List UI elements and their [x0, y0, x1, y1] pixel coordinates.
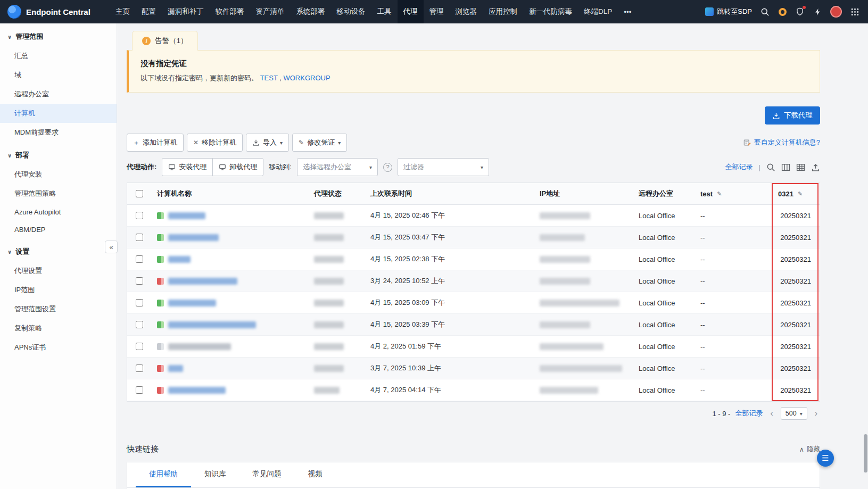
column-header-test[interactable]: test✎ [695, 184, 773, 204]
alert-link-workgroup[interactable]: WORKGROUP [283, 74, 330, 82]
add-computer-button[interactable]: ＋ 添加计算机 [127, 134, 184, 152]
computer-name-redacted[interactable] [168, 234, 219, 241]
alert-link-test[interactable]: TEST [260, 74, 278, 82]
nav-item[interactable]: 管理 [424, 0, 450, 23]
computer-name-redacted[interactable] [168, 343, 231, 350]
uninstall-agent-button[interactable]: 卸载代理 [212, 158, 263, 176]
filter-select[interactable]: 过滤器 ▾ [398, 158, 489, 176]
sidebar-item[interactable]: 代理安装 [0, 165, 117, 184]
nav-item[interactable]: 新一代防病毒 [523, 0, 578, 23]
sidebar-item[interactable]: IP范围 [0, 280, 117, 300]
sidebar-section-title[interactable]: ∨管理范围 [0, 23, 117, 46]
sidebar-item[interactable]: ABM/DEP [0, 221, 117, 238]
nav-item[interactable]: 工具 [371, 0, 398, 23]
sidebar-item[interactable]: Azure Autopilot [0, 203, 117, 221]
quick-links-tab[interactable]: 视频 [295, 462, 336, 487]
nav-item[interactable]: 资产清单 [250, 0, 291, 23]
nav-item[interactable]: 终端DLP [578, 0, 618, 23]
computer-name-redacted[interactable] [168, 256, 191, 263]
nav-item[interactable]: 移动设备 [331, 0, 371, 23]
sidebar-collapse-button[interactable]: « [105, 241, 118, 253]
row-checkbox[interactable] [136, 386, 143, 394]
install-agent-button[interactable]: 安装代理 [162, 158, 213, 176]
floating-menu-button[interactable]: ☰ [817, 450, 834, 467]
row-checkbox[interactable] [136, 255, 143, 263]
page-prev-button[interactable]: ‹ [767, 408, 775, 419]
search-icon[interactable] [760, 7, 770, 16]
all-records-link[interactable]: 全部记录 [725, 162, 753, 172]
pagination-all-records-link[interactable]: 全部记录 [735, 409, 763, 418]
table-view-icon[interactable] [796, 163, 805, 172]
customize-computer-info-link[interactable]: 要自定义计算机信息? [754, 138, 820, 147]
remove-computer-button[interactable]: ✕ 移除计算机 [187, 134, 243, 152]
sidebar-item[interactable]: 计算机 [0, 104, 117, 123]
download-agent-button[interactable]: 下载代理 [765, 106, 820, 125]
computer-name-redacted[interactable] [168, 300, 216, 306]
alert-tab[interactable]: i 告警（1） [132, 31, 198, 51]
column-header-remote-office[interactable]: 远程办公室 [633, 183, 695, 204]
sidebar-item[interactable]: MDM前提要求 [0, 123, 117, 142]
nav-item[interactable]: 浏览器 [450, 0, 483, 23]
scrollbar-thumb[interactable] [864, 434, 867, 473]
remote-office-select[interactable]: 选择远程办公室 ▾ [297, 158, 378, 176]
sidebar-item[interactable]: 代理设置 [0, 261, 117, 280]
column-header-ip[interactable]: IP地址 [534, 183, 633, 204]
select-all-checkbox[interactable] [136, 190, 143, 197]
nav-item[interactable]: 漏洞和补丁 [162, 0, 210, 23]
nav-item[interactable]: 应用控制 [483, 0, 523, 23]
column-header-computer-name[interactable]: 计算机名称 [152, 183, 309, 204]
column-header-last-contact[interactable]: 上次联系时间 [365, 183, 534, 204]
nav-item[interactable]: 软件部署 [210, 0, 250, 23]
column-header-agent-status[interactable]: 代理状态 [309, 183, 365, 204]
row-checkbox[interactable] [136, 299, 143, 306]
sidebar-item[interactable]: 复制策略 [0, 319, 117, 338]
nav-item[interactable]: ••• [618, 0, 637, 23]
row-checkbox[interactable] [136, 234, 143, 241]
export-icon[interactable] [811, 163, 820, 172]
table-body: 4月 15, 2025 02:46 下午Local Office--202503… [127, 205, 820, 401]
column-header-0321[interactable]: 0321✎ [773, 184, 820, 204]
sidebar-item[interactable]: 远程办公室 [0, 85, 117, 104]
nav-item[interactable]: 主页 [110, 0, 136, 23]
table-search-icon[interactable] [766, 163, 775, 172]
computer-name-redacted[interactable] [168, 278, 237, 285]
page-next-button[interactable]: › [812, 408, 820, 419]
nav-item[interactable]: 代理 [398, 0, 424, 23]
row-checkbox[interactable] [136, 343, 143, 350]
flash-icon[interactable] [813, 7, 822, 16]
computer-name-redacted[interactable] [168, 365, 183, 372]
sidebar-item[interactable]: 汇总 [0, 46, 117, 65]
page-size-select[interactable]: 500 ▾ [781, 407, 807, 420]
computer-name-redacted[interactable] [168, 212, 205, 219]
hide-quick-links-button[interactable]: ∧ 隐藏 [799, 445, 820, 454]
quick-links-tab[interactable]: 使用帮助 [136, 462, 191, 487]
row-checkbox[interactable] [136, 277, 143, 285]
sidebar-item[interactable]: APNs证书 [0, 338, 117, 357]
import-button[interactable]: 导入 ▾ [246, 134, 289, 152]
computer-name-redacted[interactable] [168, 387, 226, 394]
account-icon[interactable] [830, 6, 842, 18]
sidebar-item[interactable]: 管理范围策略 [0, 184, 117, 203]
sidebar-item[interactable]: 管理范围设置 [0, 300, 117, 319]
nav-item[interactable]: 配置 [136, 0, 162, 23]
row-checkbox[interactable] [136, 212, 143, 219]
help-icon[interactable]: ? [383, 163, 392, 172]
edit-column-icon[interactable]: ✎ [798, 190, 803, 197]
row-checkbox[interactable] [136, 364, 143, 372]
security-badge-icon[interactable] [795, 7, 805, 16]
edit-column-icon[interactable]: ✎ [717, 190, 722, 197]
jump-to-sdp-button[interactable]: 跳转至SDP [705, 7, 752, 16]
nav-item[interactable]: 系统部署 [291, 0, 331, 23]
row-checkbox[interactable] [136, 321, 143, 328]
column-chooser-icon[interactable] [781, 163, 790, 172]
quick-links-tab[interactable]: 知识库 [191, 462, 239, 487]
quick-links-tab[interactable]: 常见问题 [239, 462, 295, 487]
sidebar-section-title[interactable]: ∨部署 [0, 142, 117, 165]
brand[interactable]: Endpoint Central [0, 5, 110, 19]
sidebar-item[interactable]: 域 [0, 65, 117, 85]
sidebar-section-title[interactable]: ∨设置 [0, 238, 117, 261]
computer-name-redacted[interactable] [168, 321, 256, 328]
announcements-icon[interactable] [778, 7, 787, 16]
apps-grid-icon[interactable] [850, 7, 859, 16]
modify-credentials-button[interactable]: ✎ 修改凭证 ▾ [292, 134, 347, 152]
